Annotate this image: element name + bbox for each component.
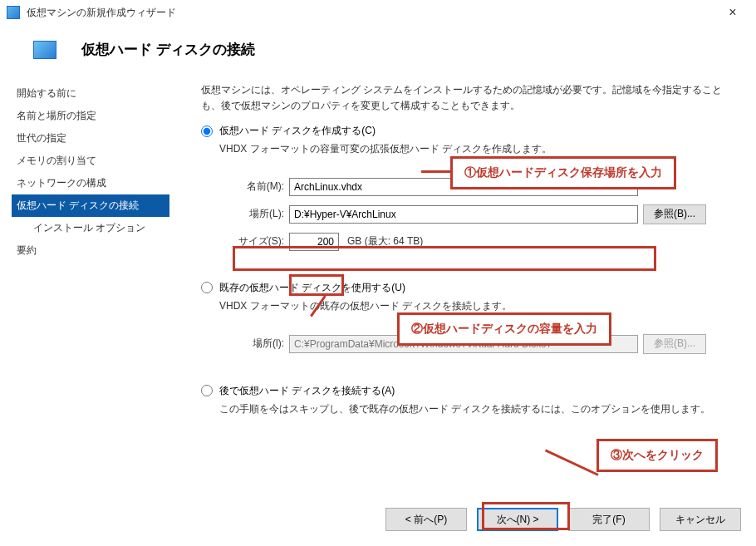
location-label: 場所(L): bbox=[228, 207, 284, 221]
window-title: 仮想マシンの新規作成ウィザード bbox=[27, 6, 716, 20]
sidebar-step-5[interactable]: 仮想ハード ディスクの接続 bbox=[12, 194, 169, 217]
name-label: 名前(M): bbox=[228, 180, 284, 194]
vhd-name-input[interactable] bbox=[289, 178, 638, 196]
sidebar-step-6[interactable]: インストール オプション bbox=[12, 217, 169, 239]
existing-location-label: 場所(l): bbox=[228, 337, 284, 351]
wizard-steps-sidebar: 開始する前に名前と場所の指定世代の指定メモリの割り当てネットワークの構成仮想ハー… bbox=[12, 77, 169, 427]
size-label: サイズ(S): bbox=[228, 234, 284, 248]
existing-browse-button: 参照(B)... bbox=[643, 334, 706, 354]
vhd-size-input[interactable] bbox=[289, 233, 339, 251]
close-icon[interactable]: × bbox=[716, 5, 749, 20]
sidebar-step-4[interactable]: ネットワークの構成 bbox=[12, 172, 169, 194]
sidebar-step-3[interactable]: メモリの割り当て bbox=[12, 150, 169, 172]
radio-attach-later[interactable] bbox=[201, 385, 213, 396]
page-header: 仮想ハード ディスクの接続 bbox=[0, 25, 756, 77]
size-suffix: GB (最大: 64 TB) bbox=[347, 234, 423, 248]
existing-vhd-panel: 場所(l): 参照(B)... bbox=[219, 324, 739, 372]
vhd-location-input[interactable] bbox=[289, 205, 638, 224]
option1-desc: VHDX フォーマットの容量可変の拡張仮想ハード ディスクを作成します。 bbox=[219, 141, 739, 157]
next-button[interactable]: 次へ(N) > bbox=[477, 508, 558, 531]
wizard-header-icon bbox=[33, 41, 56, 59]
option-attach-later: 後で仮想ハード ディスクを接続する(A) この手順を今はスキップし、後で既存の仮… bbox=[201, 384, 739, 417]
cancel-button[interactable]: キャンセル bbox=[660, 508, 741, 531]
sidebar-step-7[interactable]: 要約 bbox=[12, 239, 169, 262]
sidebar-step-0[interactable]: 開始する前に bbox=[12, 82, 169, 105]
intro-text: 仮想マシンには、オペレーティング システムをインストールするための記憶域が必要で… bbox=[201, 82, 739, 114]
sidebar-step-2[interactable]: 世代の指定 bbox=[12, 127, 169, 150]
radio-existing-vhd[interactable] bbox=[201, 282, 213, 293]
browse-button[interactable]: 参照(B)... bbox=[643, 204, 706, 224]
callout-3-line bbox=[545, 450, 599, 476]
page-title: 仮想ハード ディスクの接続 bbox=[81, 40, 255, 59]
titlebar: 仮想マシンの新規作成ウィザード × bbox=[0, 0, 756, 25]
existing-location-input bbox=[289, 335, 638, 353]
radio-create-vhd[interactable] bbox=[201, 125, 213, 137]
radio-create-label[interactable]: 仮想ハード ディスクを作成する(C) bbox=[219, 124, 376, 138]
option-create-vhd: 仮想ハード ディスクを作成する(C) VHDX フォーマットの容量可変の拡張仮想… bbox=[201, 124, 739, 268]
option3-desc: この手順を今はスキップし、後で既存の仮想ハード ディスクを接続するには、このオプ… bbox=[219, 401, 739, 417]
prev-button[interactable]: < 前へ(P) bbox=[385, 508, 467, 531]
wizard-footer: < 前へ(P) 次へ(N) > 完了(F) キャンセル bbox=[385, 508, 741, 531]
radio-existing-label[interactable]: 既存の仮想ハード ディスクを使用する(U) bbox=[219, 281, 405, 295]
callout-3: ③次へをクリック bbox=[596, 439, 718, 472]
create-vhd-panel: 名前(M): 場所(L): 参照(B)... サイズ(S): GB (最大: 6… bbox=[219, 168, 739, 269]
sidebar-step-1[interactable]: 名前と場所の指定 bbox=[12, 105, 169, 127]
radio-later-label[interactable]: 後で仮想ハード ディスクを接続する(A) bbox=[219, 384, 395, 398]
content-pane: 仮想マシンには、オペレーティング システムをインストールするための記憶域が必要で… bbox=[169, 77, 744, 427]
option2-desc: VHDX フォーマットの既存の仮想ハード ディスクを接続します。 bbox=[219, 298, 739, 314]
app-icon bbox=[7, 6, 20, 19]
option-existing-vhd: 既存の仮想ハード ディスクを使用する(U) VHDX フォーマットの既存の仮想ハ… bbox=[201, 281, 739, 372]
finish-button[interactable]: 完了(F) bbox=[568, 508, 650, 531]
wizard-window: 仮想マシンの新規作成ウィザード × 仮想ハード ディスクの接続 開始する前に名前… bbox=[0, 0, 756, 546]
